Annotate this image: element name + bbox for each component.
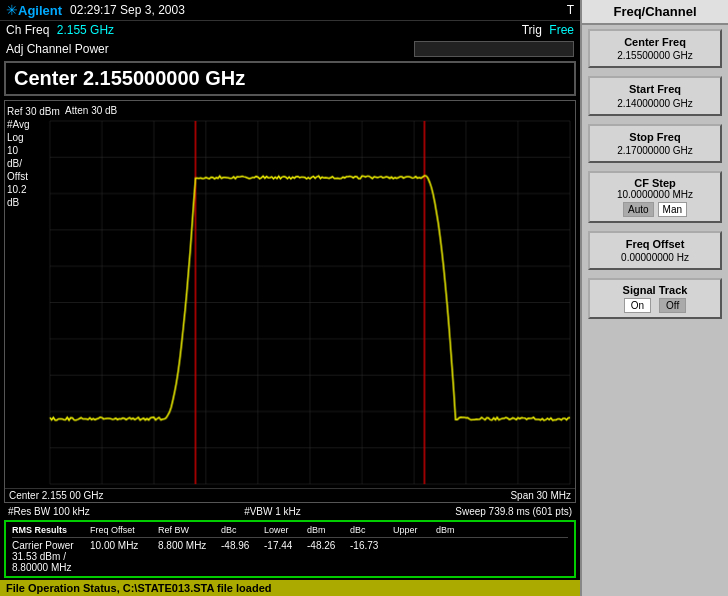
adj-channel-row: Adj Channel Power <box>0 39 580 59</box>
spectrum-canvas <box>5 101 575 502</box>
rms-header: RMS Results Freq Offset Ref BW dBc Lower… <box>12 525 568 538</box>
ch-freq-value: 2.155 GHz <box>57 23 114 37</box>
offset-label: Offst <box>7 170 60 183</box>
carrier-bw: 8.80000 MHz <box>12 562 82 573</box>
ch-freq-label: Ch Freq <box>6 23 49 37</box>
rms-col-upper: Upper <box>393 525 428 535</box>
atten-label: Atten 30 dB <box>65 105 117 116</box>
stop-freq-btn-value: 2.17000000 GHz <box>594 144 716 157</box>
start-freq-button[interactable]: Start Freq 2.14000000 GHz <box>588 76 722 115</box>
center-bottom-label: Center 2.155 00 GHz <box>9 490 104 501</box>
rms-col-dbm2: dBm <box>436 525 471 535</box>
ref-label: Ref 30 dBm <box>7 105 60 118</box>
signal-track-button[interactable]: Signal Track On Off <box>588 278 722 319</box>
vbw-label: #VBW 1 kHz <box>244 506 301 517</box>
rms-col-lower: Lower <box>264 525 299 535</box>
cf-step-value: 10.0000000 MHz <box>594 189 716 200</box>
rms-col-ref-bw: Ref BW <box>158 525 213 535</box>
rms-col-dbc: dBc <box>221 525 256 535</box>
center-freq-button[interactable]: Center Freq 2.15500000 GHz <box>588 29 722 68</box>
offset-value: 10.2 <box>7 183 60 196</box>
lower-dbm-val: -17.44 <box>264 540 299 573</box>
spectrum-y-labels: Ref 30 dBm #Avg Log 10 dB/ Offst 10.2 dB <box>7 105 60 209</box>
signal-track-on[interactable]: On <box>624 298 651 313</box>
trig-label: Trig <box>522 23 542 37</box>
carrier-label: Carrier Power <box>12 540 82 551</box>
freq-offset-btn-value: 0.00000000 Hz <box>594 251 716 264</box>
upper-dbm-val: -16.73 <box>350 540 385 573</box>
trig-value: Free <box>549 23 574 37</box>
avg-label: #Avg <box>7 118 60 131</box>
sweep-label: Sweep 739.8 ms (601 pts) <box>455 506 572 517</box>
db-per: dB/ <box>7 157 60 170</box>
adj-channel-label: Adj Channel Power <box>6 42 414 56</box>
center-freq-btn-label: Center Freq <box>594 35 716 49</box>
spectrum-bottom-labels: Center 2.155 00 GHz Span 30 MHz <box>5 488 575 502</box>
rms-results-container: RMS Results Freq Offset Ref BW dBc Lower… <box>4 520 576 578</box>
status-text: File Operation Status, C:\STATE013.STA f… <box>6 582 271 594</box>
log-label: Log <box>7 131 60 144</box>
spectrum-display: Ref 30 dBm #Avg Log 10 dB/ Offst 10.2 dB… <box>4 100 576 503</box>
cf-auto-option[interactable]: Auto <box>623 202 654 217</box>
start-freq-btn-value: 2.14000000 GHz <box>594 97 716 110</box>
lower-dbc-val: -48.96 <box>221 540 256 573</box>
freq-offset-btn-label: Freq Offset <box>594 237 716 251</box>
cf-step-button[interactable]: CF Step 10.0000000 MHz Auto Man <box>588 171 722 223</box>
spectrum-sweep-labels: #Res BW 100 kHz #VBW 1 kHz Sweep 739.8 m… <box>4 505 576 518</box>
cf-step-label: CF Step <box>594 177 716 189</box>
freq-offset-val: 10.00 MHz <box>90 540 150 573</box>
marker-indicator: T <box>567 3 574 17</box>
rms-col-freq-offset: Freq Offset <box>90 525 150 535</box>
freq-offset-button[interactable]: Freq Offset 0.00000000 Hz <box>588 231 722 270</box>
timestamp: 02:29:17 Sep 3, 2003 <box>70 3 567 17</box>
center-freq-btn-value: 2.15500000 GHz <box>594 49 716 62</box>
status-bar: File Operation Status, C:\STATE013.STA f… <box>0 580 580 596</box>
signal-track-label: Signal Track <box>594 284 716 296</box>
rms-col-dbm: dBm <box>307 525 342 535</box>
res-bw-label: #Res BW 100 kHz <box>8 506 90 517</box>
info-row: Ch Freq 2.155 GHz Trig Free <box>0 21 580 39</box>
db-label: dB <box>7 196 60 209</box>
header-bar: ✳ Agilent 02:29:17 Sep 3, 2003 T <box>0 0 580 21</box>
cf-man-option[interactable]: Man <box>658 202 687 217</box>
brand-name: Agilent <box>18 3 62 18</box>
scale-10: 10 <box>7 144 60 157</box>
center-freq-text: Center 2.155000000 GHz <box>14 67 245 89</box>
ref-bw-val: 8.800 MHz <box>158 540 213 573</box>
carrier-value: 31.53 dBm / <box>12 551 82 562</box>
right-panel: Freq/Channel Center Freq 2.15500000 GHz … <box>580 0 728 596</box>
stop-freq-button[interactable]: Stop Freq 2.17000000 GHz <box>588 124 722 163</box>
adj-channel-bar <box>414 41 574 57</box>
upper-dbc-val: -48.26 <box>307 540 342 573</box>
span-label: Span 30 MHz <box>510 490 571 501</box>
panel-title: Freq/Channel <box>582 0 728 25</box>
rms-col-dbc2: dBc <box>350 525 385 535</box>
signal-track-off[interactable]: Off <box>659 298 686 313</box>
stop-freq-btn-label: Stop Freq <box>594 130 716 144</box>
rms-data: Carrier Power 31.53 dBm / 8.80000 MHz 10… <box>12 540 568 573</box>
center-freq-display: Center 2.155000000 GHz <box>4 61 576 96</box>
carrier-info: Carrier Power 31.53 dBm / 8.80000 MHz <box>12 540 82 573</box>
agilent-logo-icon: ✳ <box>6 2 18 18</box>
start-freq-btn-label: Start Freq <box>594 82 716 96</box>
rms-title: RMS Results <box>12 525 82 535</box>
